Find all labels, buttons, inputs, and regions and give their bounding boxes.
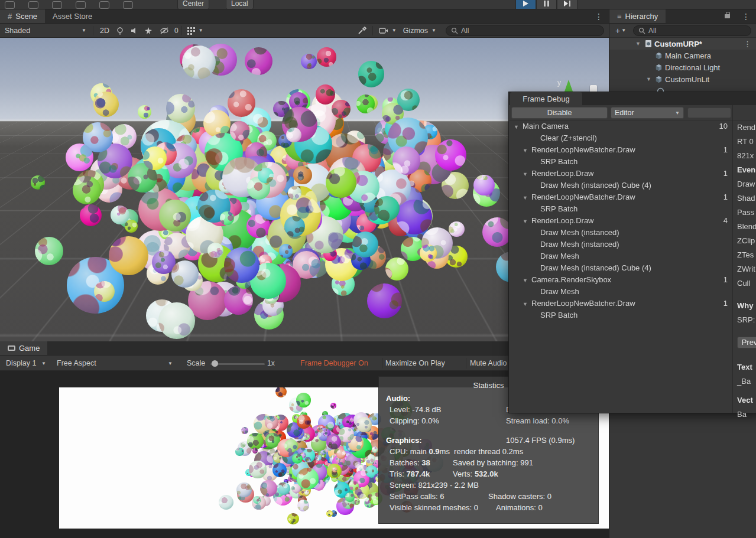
scale-slider-knob[interactable] [212,360,218,367]
audio-toggle-icon[interactable] [127,25,141,37]
rect-tool-icon[interactable] [99,1,109,9]
audio-clipping: Clipping: 0.0% [390,416,439,425]
frame-debug-row[interactable]: Clear (Z+stencil) [509,132,732,144]
sphere [171,260,199,288]
frame-debug-row[interactable]: ▼RenderLoopNewBatcher.Draw1 [509,144,732,156]
sphere [279,244,293,258]
sphere [253,496,261,504]
frame-debug-row-label: RenderLoopNewBatcher.Draw [531,145,635,154]
effects-toggle-icon[interactable] [141,25,155,37]
frame-debug-row[interactable]: ▼Main Camera10 [509,120,732,132]
tab-hierarchy[interactable]: ≡ Hierarchy [609,9,666,23]
aspect-dropdown[interactable]: Free Aspect ▼ [53,357,176,369]
frame-debug-row[interactable]: Draw Mesh (instanced) Cube (4) [509,262,732,274]
display-dropdown[interactable]: Display 1 ▼ [2,357,50,369]
hidden-objects-icon[interactable] [155,25,173,37]
rotate-tool-icon[interactable] [52,1,62,9]
menu-icon[interactable]: ⋮ [744,40,751,48]
pause-button[interactable] [536,0,557,9]
lock-icon[interactable] [725,14,730,18]
add-object-button[interactable]: + ▼ [613,25,628,36]
frame-debug-event-tree: ▼Main Camera10Clear (Z+stencil)▼RenderLo… [509,120,732,321]
cpu-timing: CPU: main 0.9ms render thread 0.2ms [390,447,523,456]
scene-header-row[interactable]: ▼ CustomURP* ⋮ [609,38,756,50]
foldout-icon[interactable]: ▼ [523,275,531,286]
2d-toggle[interactable]: 2D [96,25,113,37]
tab-scene[interactable]: # Scene [0,9,45,23]
pivot-center-button[interactable]: Center [177,0,209,9]
draw-call-count: 1 [723,298,728,309]
frame-debugger-on-button[interactable]: Frame Debugger On [297,357,372,369]
hierarchy-item-customunlit[interactable]: ▼CustomUnLit [609,73,756,85]
disable-button[interactable]: Disable [511,107,608,119]
frame-debug-row[interactable]: SRP Batch [509,203,732,215]
maximize-on-play-toggle[interactable]: Maximize On Play [385,359,445,367]
tab-asset-store[interactable]: Asset Store [45,9,100,23]
sphere [272,463,287,477]
frame-debug-row[interactable]: SRP Batch [509,309,732,321]
camera-settings-dropdown[interactable]: ▼ [376,25,400,37]
hidden-objects-count: 0 [174,27,179,35]
frame-debug-window[interactable]: Frame Debug Disable Editor ▼ ▼Main Camer… [508,92,756,413]
hand-tool-icon[interactable] [5,1,15,9]
panel-menu-icon[interactable]: ⋮ [736,9,756,23]
svg-text:y: y [557,79,561,87]
detail-label: Blend [737,220,756,234]
tab-game[interactable]: Game [0,341,47,355]
scale-tool-icon[interactable] [76,1,86,9]
step-button[interactable] [557,0,577,9]
screen-size: Screen: 821x239 - 2.2 MB [390,481,479,490]
frame-debug-row[interactable]: Draw Mesh (instanced) Cube (4) [509,180,732,191]
scene-search-input[interactable]: All [446,25,604,36]
mute-audio-toggle[interactable]: Mute Audio [470,359,507,367]
scale-label: Scale [187,359,205,367]
foldout-icon[interactable]: ▼ [523,168,531,180]
foldout-icon[interactable]: ▼ [523,216,531,227]
transform-tool-icon[interactable] [123,1,133,9]
scale-slider-track[interactable] [210,363,265,365]
frame-debug-row[interactable]: Draw Mesh (instanced) [509,239,732,250]
hierarchy-item-directional-light[interactable]: Directional Light [609,61,756,73]
hierarchy-item-main-camera[interactable]: Main Camera [609,50,756,61]
frame-debug-row[interactable]: ▼RenderLoop.Draw4 [509,215,732,227]
chevron-down-icon: ▼ [392,28,397,33]
foldout-icon[interactable]: ▼ [523,192,531,203]
sphere [420,244,437,262]
foldout-icon[interactable]: ▼ [635,41,644,47]
draw-call-count: 1 [723,191,728,203]
frame-debug-row[interactable]: ▼RenderLoopNewBatcher.Draw1 [509,191,732,203]
sphere [159,200,191,231]
sphere [224,247,259,283]
hierarchy-search-input[interactable]: All [633,25,751,36]
tools-icon[interactable] [355,25,369,37]
sphere [245,47,272,75]
center-label: Center [183,0,204,8]
editor-dropdown[interactable]: Editor ▼ [611,107,684,119]
options-dropdown[interactable] [687,107,731,118]
play-button[interactable] [515,0,536,9]
sphere [275,387,287,397]
sphere [352,231,378,257]
move-tool-icon[interactable] [28,1,38,9]
foldout-icon[interactable]: ▼ [523,145,531,156]
foldout-icon[interactable]: ▼ [646,76,655,82]
pivot-local-button[interactable]: Local [226,0,254,9]
frame-debug-row[interactable]: SRP Batch [509,156,732,168]
preview-button[interactable]: Prev [737,337,756,348]
grid-visibility-dropdown[interactable]: ▼ [185,25,205,37]
shading-mode-dropdown[interactable]: Shaded ▼ [1,25,90,37]
draw-call-count: 1 [723,144,728,156]
frame-debug-row[interactable]: ▼RenderLoopNewBatcher.Draw1 [509,298,732,309]
frame-debug-titlebar[interactable]: Frame Debug [509,92,756,105]
gizmos-dropdown[interactable]: Gizmos ▼ [400,25,440,37]
frame-debug-row[interactable]: Draw Mesh [509,286,732,298]
panel-menu-icon[interactable]: ⋮ [589,9,609,23]
foldout-icon[interactable]: ▼ [514,121,523,132]
frame-debug-row[interactable]: Draw Mesh (instanced) [509,227,732,239]
frame-debug-row[interactable]: Draw Mesh [509,250,732,262]
lighting-toggle-icon[interactable] [113,25,127,37]
frame-debug-tab[interactable]: Frame Debug [510,92,582,105]
frame-debug-row[interactable]: ▼Camera.RenderSkybox1 [509,274,732,286]
foldout-icon[interactable]: ▼ [523,298,531,309]
frame-debug-row[interactable]: ▼RenderLoop.Draw1 [509,168,732,180]
